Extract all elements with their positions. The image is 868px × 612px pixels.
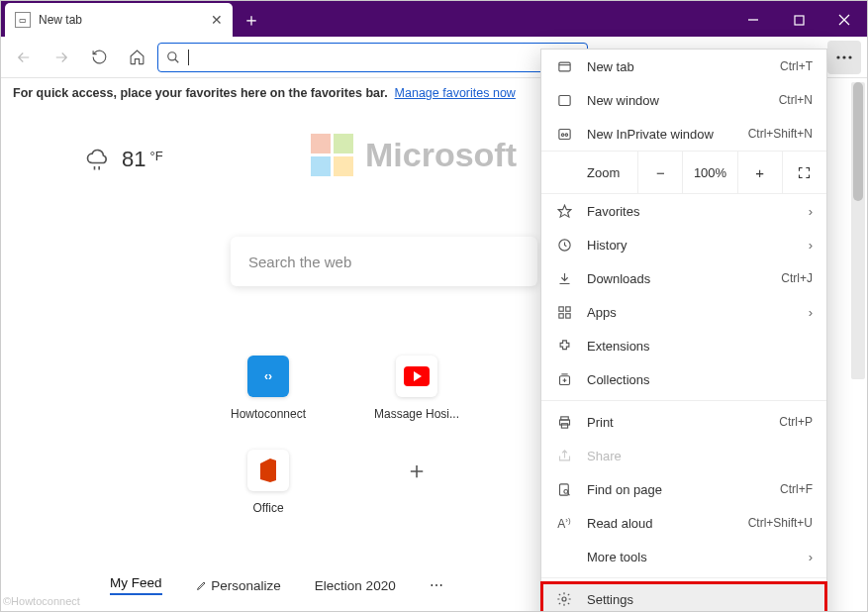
menu-extensions[interactable]: Extensions (541, 329, 826, 362)
menu-print[interactable]: Print Ctrl+P (541, 405, 826, 439)
tile-label: Howtoconnect (231, 407, 306, 421)
svg-rect-33 (561, 423, 567, 427)
history-icon (555, 238, 573, 253)
weather-temp: 81 (122, 147, 145, 172)
new-window-icon (555, 93, 573, 108)
read-aloud-icon: A›) (555, 516, 573, 531)
zoom-in-button[interactable]: + (737, 152, 782, 193)
back-button[interactable] (7, 41, 41, 74)
pencil-icon (196, 579, 208, 591)
search-web-box[interactable]: Search the web (231, 237, 537, 286)
svg-rect-1 (795, 16, 804, 25)
menu-separator (541, 577, 826, 578)
menu-settings[interactable]: Settings (541, 582, 826, 612)
window-controls (730, 3, 867, 37)
microsoft-logo: Microsoft (311, 134, 517, 176)
extensions-icon (555, 339, 573, 354)
tab-close-button[interactable]: ✕ (211, 12, 223, 28)
menu-downloads[interactable]: Downloads Ctrl+J (541, 261, 826, 295)
search-placeholder: Search the web (248, 254, 351, 270)
logo-text: Microsoft (365, 136, 517, 174)
menu-favorites[interactable]: Favorites › (541, 194, 826, 228)
zoom-label: Zoom (541, 165, 637, 180)
svg-marker-21 (558, 205, 571, 217)
menu-new-tab[interactable]: New tab Ctrl+T (541, 50, 826, 83)
star-icon (555, 204, 573, 219)
chevron-right-icon: › (809, 204, 813, 219)
app-menu-button[interactable] (827, 41, 861, 74)
chevron-right-icon: › (809, 550, 813, 564)
tile-icon (247, 450, 289, 491)
ellipsis-icon (836, 55, 852, 59)
svg-rect-26 (565, 313, 569, 317)
menu-read-aloud[interactable]: A›) Read aloud Ctrl+Shift+U (541, 506, 826, 540)
home-button[interactable] (120, 41, 153, 74)
share-icon (555, 449, 573, 463)
menu-separator (541, 400, 826, 401)
svg-rect-17 (558, 95, 569, 105)
gear-icon (555, 591, 573, 607)
favbar-text: For quick access, place your favorites h… (13, 86, 388, 100)
logo-squares-icon (311, 134, 353, 176)
forward-button[interactable] (45, 41, 78, 74)
svg-point-4 (168, 51, 176, 59)
menu-find[interactable]: Find on page Ctrl+F (541, 472, 826, 506)
svg-point-19 (561, 133, 564, 136)
chevron-right-icon: › (809, 305, 813, 320)
print-icon (555, 415, 573, 430)
maximize-button[interactable] (776, 3, 821, 37)
svg-point-20 (565, 133, 568, 136)
plus-icon: ＋ (396, 450, 437, 491)
svg-rect-15 (558, 62, 569, 71)
close-window-button[interactable] (821, 3, 867, 37)
menu-new-window[interactable]: New window Ctrl+N (541, 83, 826, 117)
tile-label: Office (252, 501, 283, 515)
cursor-icon (188, 50, 189, 65)
weather-widget[interactable]: 81 °F (84, 146, 163, 173)
svg-rect-23 (558, 306, 562, 310)
svg-point-8 (848, 55, 851, 58)
find-icon (555, 482, 573, 497)
scrollbar-thumb[interactable] (853, 82, 863, 201)
watermark: ©Howtoconnect (3, 595, 80, 607)
top-site-massage[interactable]: Massage Hosi... (372, 356, 461, 421)
refresh-button[interactable] (82, 41, 116, 74)
vertical-scrollbar[interactable] (851, 82, 865, 379)
menu-share: Share (541, 439, 826, 472)
weather-unit: °F (149, 149, 162, 163)
chevron-right-icon: › (809, 238, 813, 253)
menu-new-inprivate[interactable]: New InPrivate window Ctrl+Shift+N (541, 117, 826, 151)
tab-title: New tab (39, 13, 203, 27)
menu-apps[interactable]: Apps › (541, 295, 826, 329)
svg-point-37 (562, 597, 566, 601)
feed-nav: My Feed Personalize Election 2020 ⋯ (110, 575, 443, 595)
tile-label: Massage Hosi... (374, 407, 459, 421)
svg-rect-24 (565, 306, 569, 310)
zoom-value: 100% (682, 152, 736, 193)
apps-icon (555, 305, 573, 320)
new-tab-button[interactable]: ＋ (237, 5, 266, 35)
manage-favorites-link[interactable]: Manage favorites now (395, 86, 516, 100)
nav-my-feed[interactable]: My Feed (110, 575, 162, 595)
top-site-howtoconnect[interactable]: ‹› Howtoconnect (224, 356, 313, 421)
top-site-office[interactable]: Office (224, 450, 313, 515)
zoom-out-button[interactable]: − (637, 152, 682, 193)
minimize-button[interactable] (730, 3, 776, 37)
nav-more[interactable]: ⋯ (430, 577, 443, 593)
menu-history[interactable]: History › (541, 228, 826, 261)
menu-more-tools[interactable]: More tools › (541, 540, 826, 573)
titlebar: ▭ New tab ✕ ＋ (1, 1, 867, 37)
tile-icon (396, 356, 437, 397)
svg-rect-25 (558, 313, 562, 317)
new-tab-icon (555, 59, 573, 74)
fullscreen-button[interactable] (782, 152, 826, 193)
nav-election[interactable]: Election 2020 (315, 578, 396, 593)
nav-personalize[interactable]: Personalize (196, 578, 281, 593)
top-sites-row-2: Office ＋ (224, 450, 461, 515)
address-bar[interactable] (157, 43, 588, 72)
tab-favicon-icon: ▭ (15, 12, 31, 28)
inprivate-icon (555, 127, 573, 142)
add-site-button[interactable]: ＋ (372, 450, 461, 515)
menu-collections[interactable]: Collections (541, 362, 826, 396)
browser-tab[interactable]: ▭ New tab ✕ (5, 3, 233, 37)
